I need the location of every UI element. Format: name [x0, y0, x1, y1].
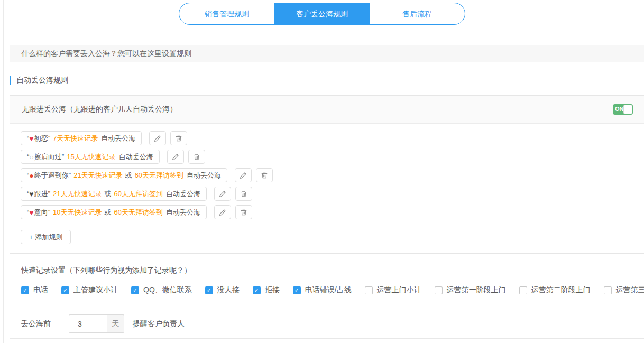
trash-icon: [261, 172, 268, 179]
checkbox-label: 运营上门小计: [377, 285, 421, 295]
follow-up-toggle[interactable]: ON: [613, 104, 633, 115]
checkbox-item-supervisor-subtotal[interactable]: ✓主管建议小计: [61, 285, 118, 295]
tab-customer-pool-rules[interactable]: 客户丢公海规则: [274, 3, 370, 24]
days-input[interactable]: [69, 314, 107, 333]
checkbox-unchecked-icon: [519, 286, 527, 294]
delete-rule-button[interactable]: [188, 150, 205, 164]
quote-close: ”: [62, 153, 64, 161]
checkbox-checked-icon: ✓: [131, 286, 139, 294]
edit-rule-button[interactable]: [167, 150, 184, 164]
rule-chip: “♥意向”10天无快速记录或60天无拜访签到自动丢公海: [21, 205, 207, 219]
day-unit-addon: 天: [107, 314, 124, 333]
checkbox-label: 没人接: [217, 285, 240, 295]
checkbox-label: 运营第二阶段上门: [531, 285, 591, 295]
rule-suffix: 自动丢公海: [187, 171, 221, 180]
quote-close: ”: [48, 190, 50, 198]
rule-row: “♥跟进”21天无快速记录或60天无拜访签到自动丢公海: [21, 187, 634, 201]
quote-close: ”: [69, 171, 71, 179]
trash-icon: [240, 190, 247, 198]
rule-chip: “○擦肩而过”15天无快速记录自动丢公海: [21, 150, 160, 164]
add-rule-button[interactable]: + 添加规则: [21, 230, 71, 244]
quick-record-section: 快速记录设置（下列哪些行为视为添加了记录呢？） ✓电话 ✓主管建议小计 ✓QQ、…: [10, 254, 644, 309]
checkbox-checked-icon: ✓: [253, 286, 261, 294]
delete-rule-button[interactable]: [235, 187, 252, 201]
section-title-row: 自动丢公海规则: [10, 76, 644, 85]
checkbox-unchecked-icon: [435, 286, 443, 294]
rule-or: 或: [125, 171, 132, 180]
rule-condition: 7天无快速记录: [53, 134, 98, 143]
white-circle-icon: ○: [29, 153, 33, 161]
pencil-icon: [154, 135, 161, 142]
checkbox-item-qq-wechat[interactable]: ✓QQ、微信联系: [131, 285, 192, 295]
checkbox-item-rejected[interactable]: ✓拒接: [253, 285, 280, 295]
checkbox-item-ops-stage1-visit[interactable]: 运营第一阶段上门: [435, 285, 506, 295]
edit-rule-button[interactable]: [214, 205, 231, 219]
black-heart-icon: ♥: [29, 190, 33, 198]
rule-name: 擦肩而过: [34, 152, 62, 162]
rule-or: 或: [104, 208, 111, 217]
remind-suffix-label: 提醒客户负责人: [133, 319, 185, 329]
rule-condition-2: 60天无拜访签到: [114, 189, 162, 199]
rule-condition: 10天无快速记录: [53, 208, 102, 217]
auto-rules-panel: 无跟进丢公海（无跟进的客户几天自动丢公海） ON “♥初恋”7天无快速记录自动丢…: [10, 95, 644, 254]
quote-close: ”: [48, 134, 50, 142]
checkbox-item-ops-stage2-visit[interactable]: 运营第二阶段上门: [519, 285, 591, 295]
rule-suffix: 自动丢公海: [166, 189, 200, 199]
rule-row: “♥初恋”7天无快速记录自动丢公海: [21, 131, 634, 145]
red-heart-icon: ♥: [29, 134, 33, 143]
rule-suffix: 自动丢公海: [166, 208, 200, 217]
trash-icon: [175, 135, 182, 142]
rule-name: 跟进: [34, 189, 48, 199]
tab-after-sales-process[interactable]: 售后流程: [370, 3, 465, 24]
tab-bar: 销售管理规则 客户丢公海规则 售后流程: [0, 0, 644, 45]
edit-rule-button[interactable]: [235, 168, 252, 182]
checkbox-checked-icon: ✓: [205, 286, 213, 294]
checkbox-item-ops-stage3-visit[interactable]: 运营第三阶段上门: [604, 285, 644, 295]
rule-chip: “♥跟进”21天无快速记录或60天无拜访签到自动丢公海: [21, 187, 207, 201]
rule-condition: 15天无快速记录: [67, 152, 115, 162]
checkbox-label: 运营第一阶段上门: [447, 285, 506, 295]
section-title: 自动丢公海规则: [16, 76, 68, 85]
rule-condition: 21天无快速记录: [73, 171, 122, 180]
delete-rule-button[interactable]: [170, 131, 187, 145]
checkbox-checked-icon: ✓: [61, 286, 69, 294]
sparkling-heart-icon: ♥: [29, 208, 33, 217]
rule-name: 初恋: [34, 134, 48, 143]
remind-days-row: 丢公海前 天 提醒客户负责人: [10, 309, 644, 339]
rule-row: “♥意向”10天无快速记录或60天无拜访签到自动丢公海: [21, 205, 634, 219]
rule-suffix: 自动丢公海: [101, 134, 135, 143]
quick-record-title: 快速记录设置（下列哪些行为视为添加了记录呢？）: [21, 266, 644, 275]
rule-chip: “♥初恋”7天无快速记录自动丢公海: [21, 131, 142, 145]
trash-icon: [193, 153, 200, 161]
days-input-group: 天: [69, 314, 124, 333]
trash-icon: [240, 209, 247, 216]
rule-suffix: 自动丢公海: [119, 152, 153, 162]
quick-record-checkbox-row: ✓电话 ✓主管建议小计 ✓QQ、微信联系 ✓没人接 ✓拒接 ✓电话错误/占线 运…: [21, 285, 644, 295]
delete-rule-button[interactable]: [235, 205, 252, 219]
remind-prefix-label: 丢公海前: [21, 319, 51, 329]
pencil-icon: [219, 209, 226, 216]
rule-row: “○擦肩而过”15天无快速记录自动丢公海: [21, 150, 634, 164]
checkbox-item-wrong-number-busy[interactable]: ✓电话错误/占线: [293, 285, 352, 295]
panel-header-label: 无跟进丢公海（无跟进的客户几天自动丢公海）: [22, 105, 177, 114]
checkbox-item-ops-visit-subtotal[interactable]: 运营上门小计: [365, 285, 421, 295]
exclude-won-row: ✓ 排除已赢单的客户（销售机会为“赢单”状态的客户）: [10, 339, 644, 343]
delete-rule-button[interactable]: [256, 168, 273, 182]
rule-condition: 21天无快速记录: [53, 189, 102, 199]
toggle-knob: [623, 105, 632, 114]
toggle-on-label: ON: [615, 106, 624, 112]
panel-body: “♥初恋”7天无快速记录自动丢公海 “○擦肩而过”15天无快速记录自动丢公海 “…: [10, 124, 644, 253]
page-left-divider: [3, 0, 4, 343]
checkbox-label: QQ、微信联系: [143, 285, 192, 295]
checkbox-item-no-answer[interactable]: ✓没人接: [205, 285, 240, 295]
checkbox-item-phone[interactable]: ✓电话: [21, 285, 48, 295]
rule-row: “●终于遇到你”21天无快速记录或60天无拜访签到自动丢公海: [21, 168, 634, 182]
red-circle-icon: ●: [29, 171, 33, 180]
checkbox-checked-icon: ✓: [21, 286, 29, 294]
edit-rule-button[interactable]: [149, 131, 166, 145]
section-title-bar: [10, 76, 11, 85]
pencil-icon: [219, 190, 226, 198]
tab-sales-management-rules[interactable]: 销售管理规则: [179, 3, 274, 24]
edit-rule-button[interactable]: [214, 187, 231, 201]
tab-group: 销售管理规则 客户丢公海规则 售后流程: [179, 3, 465, 25]
